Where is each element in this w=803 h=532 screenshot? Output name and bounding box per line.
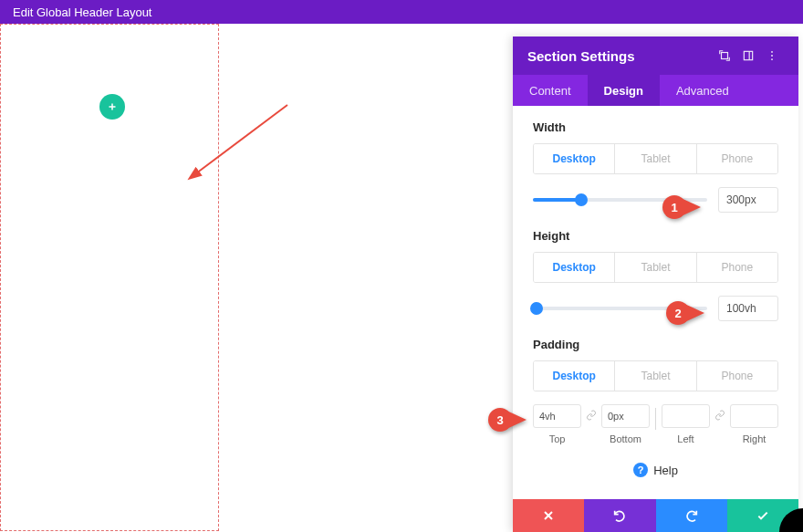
width-slider-row bbox=[533, 187, 778, 213]
height-device-phone[interactable]: Phone bbox=[696, 253, 777, 282]
padding-right-label: Right bbox=[743, 433, 766, 444]
annotation-badge-3: 3 bbox=[488, 408, 512, 432]
tab-content[interactable]: Content bbox=[513, 75, 588, 106]
padding-label: Padding bbox=[533, 338, 778, 351]
panel-title: Section Settings bbox=[527, 48, 635, 64]
svg-rect-2 bbox=[744, 51, 752, 59]
panel-tabs: Content Design Advanced bbox=[513, 75, 798, 106]
width-input[interactable] bbox=[718, 187, 778, 213]
height-slider-thumb[interactable] bbox=[530, 302, 543, 315]
help-link[interactable]: ? Help bbox=[533, 463, 778, 477]
width-device-toggle: Desktop Tablet Phone bbox=[533, 143, 778, 174]
redo-button[interactable] bbox=[656, 499, 727, 532]
panel-header[interactable]: Section Settings bbox=[513, 37, 798, 75]
padding-inputs: Top Bottom Left Right bbox=[533, 404, 778, 444]
padding-bottom-label: Bottom bbox=[610, 433, 641, 444]
padding-device-tablet[interactable]: Tablet bbox=[614, 361, 695, 391]
panel-footer bbox=[513, 499, 798, 532]
padding-bottom-input[interactable] bbox=[601, 404, 650, 428]
settings-panel: Section Settings Content Design Advanced… bbox=[513, 37, 798, 532]
width-slider[interactable] bbox=[533, 198, 707, 202]
svg-rect-1 bbox=[722, 53, 728, 59]
help-icon: ? bbox=[633, 463, 648, 477]
panel-body: Width Desktop Tablet Phone Height Deskto… bbox=[513, 106, 798, 499]
width-device-tablet[interactable]: Tablet bbox=[614, 144, 695, 173]
padding-right-input[interactable] bbox=[730, 404, 778, 428]
undo-icon bbox=[612, 508, 627, 523]
svg-point-5 bbox=[771, 55, 773, 57]
height-label: Height bbox=[533, 229, 778, 243]
close-button[interactable] bbox=[513, 499, 584, 532]
help-label: Help bbox=[653, 464, 678, 477]
close-icon bbox=[541, 508, 556, 523]
height-device-tablet[interactable]: Tablet bbox=[614, 253, 695, 282]
height-device-desktop[interactable]: Desktop bbox=[534, 253, 614, 282]
plus-icon bbox=[107, 101, 118, 112]
width-device-phone[interactable]: Phone bbox=[696, 144, 777, 173]
padding-divider bbox=[655, 408, 656, 430]
padding-device-phone[interactable]: Phone bbox=[696, 361, 777, 391]
width-slider-thumb[interactable] bbox=[575, 193, 588, 206]
svg-point-4 bbox=[771, 51, 773, 53]
snap-icon[interactable] bbox=[736, 44, 760, 68]
height-device-toggle: Desktop Tablet Phone bbox=[533, 252, 778, 283]
add-module-button[interactable] bbox=[99, 94, 125, 120]
padding-link-lr-icon[interactable] bbox=[712, 410, 728, 421]
check-icon bbox=[756, 508, 770, 523]
width-label: Width bbox=[533, 120, 778, 134]
tab-advanced[interactable]: Advanced bbox=[660, 75, 746, 106]
more-icon[interactable] bbox=[760, 44, 784, 68]
top-bar: Edit Global Header Layout bbox=[0, 0, 803, 24]
top-bar-title: Edit Global Header Layout bbox=[13, 5, 151, 19]
padding-left-label: Left bbox=[677, 433, 694, 444]
canvas-section-outline[interactable] bbox=[0, 24, 219, 531]
padding-left-input[interactable] bbox=[662, 404, 710, 428]
svg-point-6 bbox=[771, 58, 773, 60]
tab-design[interactable]: Design bbox=[588, 75, 660, 106]
padding-top-label: Top bbox=[549, 433, 566, 444]
padding-device-desktop[interactable]: Desktop bbox=[534, 361, 614, 391]
expand-icon[interactable] bbox=[713, 44, 736, 68]
height-input[interactable] bbox=[718, 296, 778, 321]
height-slider[interactable] bbox=[533, 307, 707, 310]
undo-button[interactable] bbox=[584, 499, 655, 532]
width-device-desktop[interactable]: Desktop bbox=[534, 144, 614, 173]
padding-device-toggle: Desktop Tablet Phone bbox=[533, 360, 778, 391]
height-slider-row bbox=[533, 296, 778, 321]
padding-link-tb-icon[interactable] bbox=[583, 410, 600, 421]
redo-icon bbox=[684, 508, 699, 523]
padding-top-input[interactable] bbox=[533, 404, 581, 428]
